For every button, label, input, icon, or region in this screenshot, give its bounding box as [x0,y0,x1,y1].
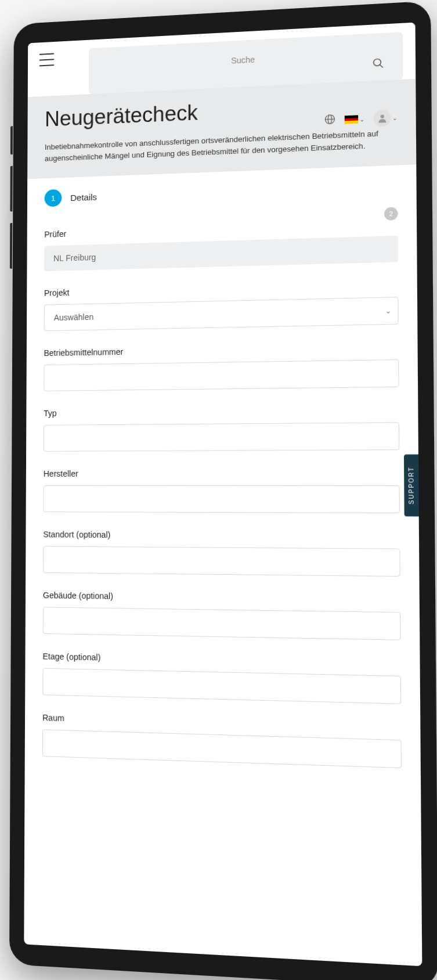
form-content: 1 Details 2 Prüfer Projekt Auswählen ⌄ B… [25,164,421,799]
label-hersteller: Hersteller [44,469,400,478]
language-selector[interactable]: ⌄ [345,115,364,124]
input-hersteller[interactable] [44,485,400,513]
input-etage[interactable] [42,668,401,704]
label-projekt: Projekt [44,280,398,298]
field-raum: Raum [42,713,402,768]
chevron-down-icon: ⌄ [359,116,364,123]
title-section: Neugerätecheck Inbetiebnahmekontrolle vo… [27,79,416,179]
input-typ[interactable] [44,422,399,452]
device-side-button [10,166,12,212]
label-typ: Typ [44,405,399,418]
field-gebaeude: Gebäude (optional) [43,590,401,640]
chevron-down-icon: ⌄ [392,114,398,121]
flag-de-icon [345,115,358,124]
globe-icon[interactable] [324,114,335,127]
search-placeholder: Suche [100,43,391,83]
support-tab[interactable]: SUPPORT [404,454,419,516]
header-actions: ⌄ ⌄ [324,109,398,129]
input-pruefer[interactable] [44,236,398,271]
app-screen: Suche [24,23,422,967]
step-current-title: Details [70,192,97,202]
input-standort[interactable] [43,546,400,577]
svg-line-4 [325,119,334,120]
svg-line-1 [380,64,382,67]
field-standort: Standort (optional) [43,529,400,577]
input-betriebsmittelnummer[interactable] [44,359,399,391]
field-pruefer: Prüfer [44,219,398,271]
device-side-button [10,126,13,154]
label-raum: Raum [42,713,401,733]
label-betriebsmittelnummer: Betriebsmittelnummer [44,343,399,358]
field-projekt: Projekt Auswählen ⌄ [44,280,399,331]
field-hersteller: Hersteller [44,469,400,513]
input-gebaeude[interactable] [43,607,401,640]
label-standort: Standort (optional) [43,529,400,541]
svg-point-5 [381,114,384,118]
field-betriebsmittelnummer: Betriebsmittelnummer [44,343,399,391]
user-avatar-icon [374,110,391,127]
search-icon[interactable] [372,57,384,71]
label-pruefer: Prüfer [44,219,398,239]
device-side-button [10,223,12,269]
label-gebaeude: Gebäude (optional) [43,590,400,604]
tablet-device-frame: Suche [9,1,437,980]
page-subtitle: Inbetiebnahmekontrolle von anschlussfert… [45,127,398,164]
step-header: 1 Details 2 [45,177,398,207]
user-menu[interactable]: ⌄ [374,109,398,127]
field-typ: Typ [44,405,399,452]
step-current-badge: 1 [45,189,62,207]
select-projekt[interactable]: Auswählen [44,297,399,331]
label-etage: Etage (optional) [43,651,401,668]
field-etage: Etage (optional) [42,651,401,704]
input-raum[interactable] [42,729,402,768]
hamburger-menu-icon[interactable] [39,53,55,67]
